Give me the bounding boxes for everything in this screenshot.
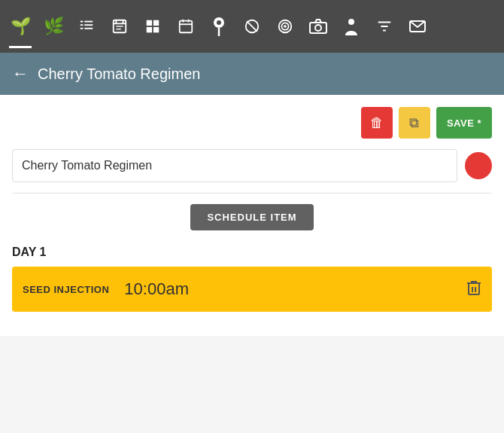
input-row xyxy=(12,149,492,182)
svg-rect-0 xyxy=(80,21,83,23)
svg-rect-1 xyxy=(84,21,93,23)
svg-rect-12 xyxy=(147,20,152,26)
target-icon[interactable] xyxy=(274,15,296,38)
save-button[interactable]: SAVE * xyxy=(436,107,492,139)
svg-point-30 xyxy=(348,19,354,25)
divider xyxy=(12,193,492,194)
schedule-item-button[interactable]: SCHEDULE ITEM xyxy=(190,204,313,230)
svg-rect-16 xyxy=(180,21,193,33)
copy-button[interactable]: ⧉ xyxy=(399,107,430,139)
svg-point-21 xyxy=(217,20,221,25)
page-title: Cherry Tomato Regimen xyxy=(38,66,200,83)
plant-icon[interactable]: 🌿 xyxy=(42,15,65,38)
filter-icon[interactable] xyxy=(373,15,396,38)
schedule-row: SEED INJECTION 10:00am xyxy=(12,267,492,312)
no-symbol-icon[interactable] xyxy=(241,15,263,38)
grid-icon[interactable] xyxy=(141,15,164,38)
back-button[interactable]: ← xyxy=(12,64,29,84)
regimen-name-input[interactable] xyxy=(12,149,457,182)
delete-button[interactable]: 🗑 xyxy=(361,107,393,139)
day-1-section: DAY 1 SEED INJECTION 10:00am xyxy=(12,245,492,324)
color-picker[interactable] xyxy=(465,152,492,179)
svg-rect-3 xyxy=(84,24,93,26)
schedule-event-time: 10:00am xyxy=(124,279,189,299)
camera-icon[interactable] xyxy=(307,15,329,38)
calendar-list-icon[interactable] xyxy=(108,15,131,38)
content-area: 🗑 ⧉ SAVE * SCHEDULE ITEM DAY 1 SEED INJE… xyxy=(0,95,504,336)
person-icon[interactable] xyxy=(340,15,363,38)
list-icon[interactable] xyxy=(75,15,98,38)
toolbar: 🗑 ⧉ SAVE * xyxy=(12,107,492,139)
top-nav: 🌱 🌿 xyxy=(0,0,504,53)
svg-rect-5 xyxy=(84,28,93,29)
pin-icon[interactable] xyxy=(208,15,230,38)
svg-rect-13 xyxy=(153,20,159,26)
leaf-icon[interactable]: 🌱 xyxy=(9,15,32,38)
mail-icon[interactable] xyxy=(406,15,429,38)
schedule-event-name: SEED INJECTION xyxy=(23,284,109,295)
svg-line-24 xyxy=(247,21,257,32)
header-bar: ← Cherry Tomato Regimen xyxy=(0,53,504,95)
svg-rect-2 xyxy=(80,24,83,26)
svg-rect-14 xyxy=(147,27,152,32)
svg-rect-4 xyxy=(80,28,83,29)
svg-rect-15 xyxy=(153,27,159,32)
day-1-label: DAY 1 xyxy=(12,245,492,259)
svg-rect-32 xyxy=(469,283,479,294)
svg-point-27 xyxy=(284,26,286,27)
svg-point-29 xyxy=(315,25,321,31)
delete-schedule-item-button[interactable] xyxy=(466,279,481,300)
schedule-info: SEED INJECTION 10:00am xyxy=(23,279,189,299)
calendar-icon[interactable] xyxy=(175,15,197,38)
